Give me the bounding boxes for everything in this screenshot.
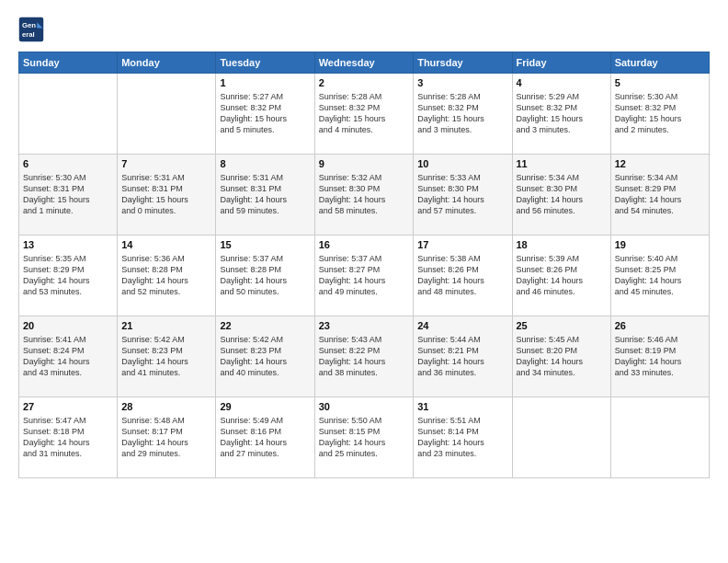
- calendar-week-5: 27Sunrise: 5:47 AMSunset: 8:18 PMDayligh…: [19, 397, 710, 478]
- calendar-table: SundayMondayTuesdayWednesdayThursdayFrid…: [18, 52, 710, 478]
- calendar-cell: 24Sunrise: 5:44 AMSunset: 8:21 PMDayligh…: [414, 316, 512, 397]
- day-info: Sunrise: 5:37 AM: [319, 253, 409, 264]
- day-info: Daylight: 14 hours: [220, 275, 310, 286]
- day-info: Sunset: 8:26 PM: [517, 264, 607, 275]
- calendar-cell: 9Sunrise: 5:32 AMSunset: 8:30 PMDaylight…: [314, 155, 413, 236]
- weekday-header-wednesday: Wednesday: [314, 52, 413, 74]
- day-info: Daylight: 15 hours: [23, 194, 113, 205]
- day-info: Sunrise: 5:29 AM: [517, 91, 607, 102]
- calendar-cell: 18Sunrise: 5:39 AMSunset: 8:26 PMDayligh…: [512, 236, 610, 316]
- day-info: Sunrise: 5:34 AM: [615, 172, 705, 183]
- day-info: and 34 minutes.: [517, 367, 607, 378]
- day-info: Sunset: 8:16 PM: [220, 426, 310, 437]
- day-info: Sunrise: 5:36 AM: [121, 253, 211, 264]
- day-number: 14: [121, 238, 211, 252]
- day-number: 19: [615, 238, 705, 252]
- calendar-cell: [512, 397, 610, 478]
- day-number: 2: [319, 76, 409, 90]
- day-info: Sunrise: 5:45 AM: [517, 334, 607, 345]
- day-info: Sunrise: 5:49 AM: [220, 415, 310, 426]
- day-info: and 57 minutes.: [417, 205, 507, 216]
- day-number: 24: [417, 319, 507, 333]
- day-info: and 29 minutes.: [121, 448, 211, 459]
- day-info: Sunset: 8:22 PM: [319, 345, 409, 356]
- svg-text:eral: eral: [22, 30, 35, 39]
- day-info: and 45 minutes.: [615, 286, 705, 297]
- calendar-cell: [19, 74, 118, 155]
- day-info: Daylight: 14 hours: [121, 356, 211, 367]
- day-info: Daylight: 14 hours: [517, 194, 607, 205]
- day-info: and 38 minutes.: [319, 367, 409, 378]
- day-info: Sunrise: 5:32 AM: [319, 172, 409, 183]
- day-number: 9: [319, 157, 409, 171]
- day-number: 31: [417, 400, 507, 414]
- day-info: and 52 minutes.: [121, 286, 211, 297]
- day-number: 22: [220, 319, 310, 333]
- day-number: 11: [517, 157, 607, 171]
- calendar-cell: 8Sunrise: 5:31 AMSunset: 8:31 PMDaylight…: [216, 155, 314, 236]
- day-info: and 46 minutes.: [517, 286, 607, 297]
- day-info: Sunset: 8:23 PM: [121, 345, 211, 356]
- day-info: Sunset: 8:29 PM: [615, 183, 705, 194]
- day-info: Sunset: 8:31 PM: [220, 183, 310, 194]
- day-info: Daylight: 14 hours: [121, 275, 211, 286]
- day-info: and 23 minutes.: [417, 448, 507, 459]
- day-info: Sunset: 8:32 PM: [615, 102, 705, 113]
- day-info: Daylight: 14 hours: [23, 437, 113, 448]
- day-info: Sunrise: 5:51 AM: [417, 415, 507, 426]
- day-number: 6: [23, 157, 113, 171]
- day-info: Sunrise: 5:31 AM: [121, 172, 211, 183]
- day-number: 13: [23, 238, 113, 252]
- day-info: Daylight: 14 hours: [23, 275, 113, 286]
- calendar-week-3: 13Sunrise: 5:35 AMSunset: 8:29 PMDayligh…: [19, 236, 710, 316]
- calendar-cell: 31Sunrise: 5:51 AMSunset: 8:14 PMDayligh…: [414, 397, 512, 478]
- day-info: Sunrise: 5:30 AM: [615, 91, 705, 102]
- day-info: Sunset: 8:19 PM: [615, 345, 705, 356]
- day-info: Daylight: 15 hours: [615, 113, 705, 124]
- day-info: Sunrise: 5:31 AM: [220, 172, 310, 183]
- day-info: Sunset: 8:14 PM: [417, 426, 507, 437]
- logo: Gen eral: [18, 17, 48, 42]
- day-info: and 1 minute.: [23, 205, 113, 216]
- day-info: Daylight: 14 hours: [220, 356, 310, 367]
- day-info: and 0 minutes.: [121, 205, 211, 216]
- day-info: Sunset: 8:28 PM: [121, 264, 211, 275]
- calendar-header: SundayMondayTuesdayWednesdayThursdayFrid…: [19, 52, 710, 74]
- calendar-cell: 6Sunrise: 5:30 AMSunset: 8:31 PMDaylight…: [19, 155, 118, 236]
- day-info: Sunset: 8:32 PM: [517, 102, 607, 113]
- day-info: Daylight: 14 hours: [615, 356, 705, 367]
- day-number: 28: [121, 400, 211, 414]
- day-info: Sunrise: 5:39 AM: [517, 253, 607, 264]
- weekday-header-row: SundayMondayTuesdayWednesdayThursdayFrid…: [19, 52, 710, 74]
- day-info: and 53 minutes.: [23, 286, 113, 297]
- header: Gen eral: [18, 17, 710, 42]
- day-info: and 31 minutes.: [23, 448, 113, 459]
- calendar-cell: 30Sunrise: 5:50 AMSunset: 8:15 PMDayligh…: [314, 397, 413, 478]
- day-info: Daylight: 15 hours: [121, 194, 211, 205]
- calendar-cell: 17Sunrise: 5:38 AMSunset: 8:26 PMDayligh…: [414, 236, 512, 316]
- day-info: and 25 minutes.: [319, 448, 409, 459]
- calendar-week-1: 1Sunrise: 5:27 AMSunset: 8:32 PMDaylight…: [19, 74, 710, 155]
- day-number: 8: [220, 157, 310, 171]
- day-number: 4: [517, 76, 607, 90]
- calendar-cell: 14Sunrise: 5:36 AMSunset: 8:28 PMDayligh…: [118, 236, 216, 316]
- day-info: and 50 minutes.: [220, 286, 310, 297]
- day-info: Sunset: 8:15 PM: [319, 426, 409, 437]
- day-info: Sunset: 8:18 PM: [23, 426, 113, 437]
- day-info: Sunrise: 5:47 AM: [23, 415, 113, 426]
- day-info: Sunrise: 5:27 AM: [220, 91, 310, 102]
- calendar-body: 1Sunrise: 5:27 AMSunset: 8:32 PMDaylight…: [19, 74, 710, 478]
- calendar-cell: [610, 397, 709, 478]
- day-number: 12: [615, 157, 705, 171]
- day-info: Daylight: 14 hours: [23, 356, 113, 367]
- day-info: Sunrise: 5:48 AM: [121, 415, 211, 426]
- calendar-cell: 12Sunrise: 5:34 AMSunset: 8:29 PMDayligh…: [610, 155, 709, 236]
- calendar-cell: 4Sunrise: 5:29 AMSunset: 8:32 PMDaylight…: [512, 74, 610, 155]
- day-number: 26: [615, 319, 705, 333]
- weekday-header-thursday: Thursday: [414, 52, 512, 74]
- calendar-cell: 13Sunrise: 5:35 AMSunset: 8:29 PMDayligh…: [19, 236, 118, 316]
- day-info: Daylight: 14 hours: [319, 437, 409, 448]
- day-info: Sunset: 8:31 PM: [23, 183, 113, 194]
- calendar-cell: 25Sunrise: 5:45 AMSunset: 8:20 PMDayligh…: [512, 316, 610, 397]
- calendar-cell: 11Sunrise: 5:34 AMSunset: 8:30 PMDayligh…: [512, 155, 610, 236]
